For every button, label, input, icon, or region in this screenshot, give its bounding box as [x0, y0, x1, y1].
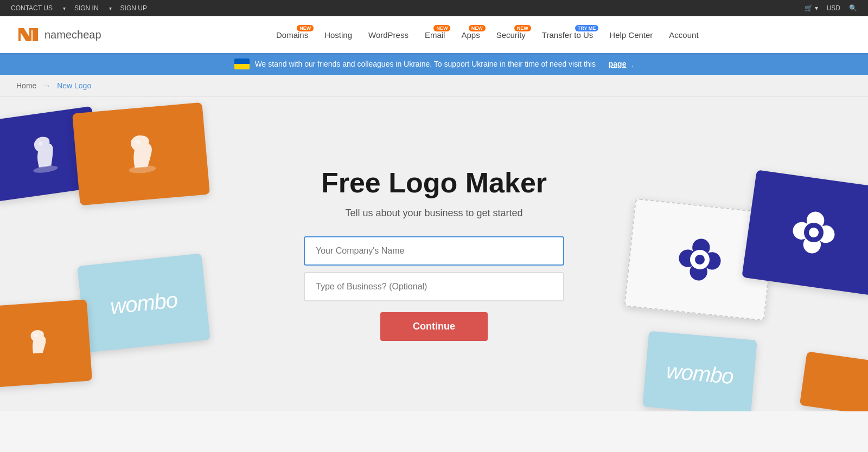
banner-text: We stand with our friends and colleagues…	[255, 60, 596, 68]
nav-item-domains[interactable]: NEW Domains	[270, 26, 315, 44]
breadcrumb-bar: Home → New Logo	[0, 75, 868, 97]
transfer-badge: TRY ME	[575, 25, 599, 31]
card-orange-3	[800, 351, 868, 411]
flag-blue	[234, 59, 250, 64]
hero-form-area: Free Logo Maker Tell us about your busin…	[293, 157, 575, 351]
nav-item-security[interactable]: NEW Security	[490, 26, 532, 44]
flower-icon-2	[786, 205, 841, 260]
nav-item-account[interactable]: Account	[662, 26, 705, 44]
card-light-blue-2: wombo	[642, 331, 757, 411]
nav-item-help[interactable]: Help Center	[603, 26, 659, 44]
domains-badge: NEW	[297, 25, 314, 31]
breadcrumb-arrow: →	[43, 81, 53, 90]
sign-up-link[interactable]: SIGN UP	[120, 4, 147, 12]
nav-item-wordpress[interactable]: WordPress	[362, 26, 415, 44]
topbar: CONTACT US ▾ SIGN IN ▾ SIGN UP 🛒 ▾ USD 🔍	[0, 0, 868, 16]
cart-icon[interactable]: 🛒 ▾	[805, 4, 818, 12]
contact-us-arrow: ▾	[63, 5, 66, 11]
card-dark-blue-2	[742, 170, 868, 295]
search-icon[interactable]: 🔍	[849, 4, 857, 12]
security-badge: NEW	[514, 25, 531, 31]
card-orange-1	[72, 102, 210, 205]
nav-item-transfer[interactable]: TRY ME Transfer to Us	[535, 26, 599, 44]
wombo-text-2: wombo	[665, 358, 734, 389]
ukraine-flag	[234, 59, 250, 69]
flower-icon-1	[673, 233, 727, 287]
card-orange-2	[0, 300, 92, 388]
sign-in-link[interactable]: SIGN IN	[74, 4, 99, 12]
hero-subtitle: Tell us about your business to get start…	[304, 208, 564, 219]
logo-text: namecheap	[44, 29, 101, 41]
email-badge: NEW	[433, 25, 450, 31]
contact-us-link[interactable]: CONTACT US	[11, 4, 53, 12]
nav-item-email[interactable]: NEW Email	[418, 26, 452, 44]
apps-badge: NEW	[469, 25, 486, 31]
business-type-input[interactable]	[304, 272, 564, 301]
banner-link[interactable]: page	[609, 60, 627, 68]
banner-period: .	[631, 60, 634, 68]
topbar-right: 🛒 ▾ USD 🔍	[805, 4, 857, 12]
knight-icon-3	[23, 326, 53, 360]
logo-svg	[16, 26, 40, 43]
main-navbar: namecheap NEW Domains Hosting WordPress …	[0, 16, 868, 53]
currency-selector[interactable]: USD	[827, 4, 840, 12]
hero-section: wombo	[0, 97, 868, 411]
breadcrumb-home[interactable]: Home	[16, 81, 36, 90]
nav-item-apps[interactable]: NEW Apps	[455, 26, 486, 44]
flag-yellow	[234, 64, 250, 69]
nav-item-hosting[interactable]: Hosting	[318, 26, 359, 44]
knight-icon-2	[120, 131, 162, 177]
cards-left-area: wombo	[0, 97, 244, 411]
ukraine-banner: We stand with our friends and colleagues…	[0, 53, 868, 75]
wombo-text-1: wombo	[109, 287, 178, 319]
company-name-input[interactable]	[304, 236, 564, 266]
breadcrumb-current: New Logo	[57, 81, 91, 90]
logo-area[interactable]: namecheap	[16, 26, 101, 43]
nav-links: NEW Domains Hosting WordPress NEW Email …	[123, 26, 852, 44]
knight-icon-1	[22, 130, 65, 178]
cards-right-area: wombo	[618, 97, 868, 411]
continue-button[interactable]: Continue	[380, 312, 488, 341]
sign-in-arrow: ▾	[109, 5, 112, 11]
hero-title: Free Logo Maker	[304, 167, 564, 198]
card-light-blue-1: wombo	[77, 253, 210, 352]
topbar-left: CONTACT US ▾ SIGN IN ▾ SIGN UP	[11, 4, 147, 12]
